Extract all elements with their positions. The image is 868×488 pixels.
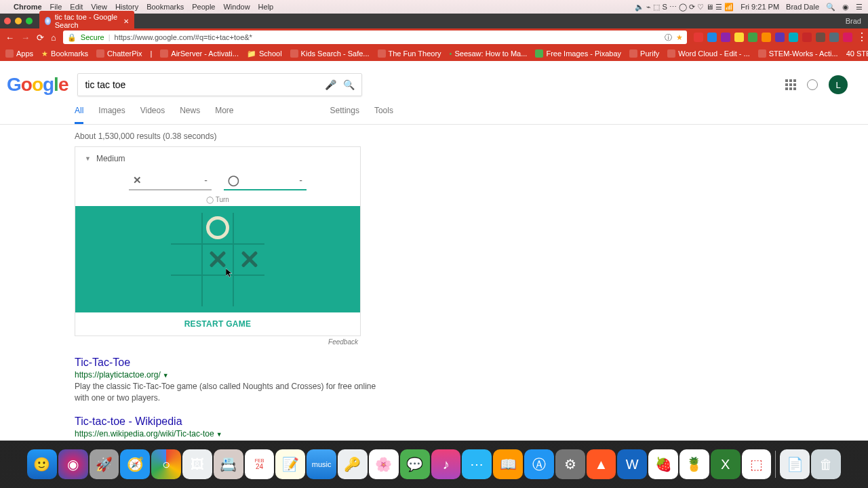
reload-icon[interactable]: ⟳ [37, 33, 44, 43]
contacts-app[interactable]: 📇 [214, 449, 243, 479]
bookmark-item[interactable]: ChatterPix [96, 49, 142, 58]
notes-app[interactable]: 📝 [275, 449, 305, 479]
mic-icon[interactable]: 🎤 [325, 79, 336, 90]
minimize-window-icon[interactable] [15, 18, 22, 24]
tab-close-icon[interactable]: ✕ [123, 18, 129, 25]
menu-history[interactable]: History [115, 3, 138, 11]
user-name[interactable]: Brad Dale [786, 3, 819, 11]
forward-icon[interactable]: → [21, 33, 30, 43]
tab-all[interactable]: All [75, 106, 83, 124]
misc-app-2[interactable]: 🍍 [679, 449, 709, 479]
finder-app[interactable]: 🙂 [27, 449, 57, 479]
ibooks-app[interactable]: 📖 [493, 449, 523, 479]
office-app[interactable]: ⬚ [742, 449, 772, 479]
cell-6[interactable] [171, 275, 202, 306]
bookmark-item[interactable]: •Seesaw: How to Ma... [450, 49, 528, 58]
result-title[interactable]: Tic-tac-toe - Wikipedia [75, 415, 380, 428]
maximize-window-icon[interactable] [26, 18, 33, 24]
music-app[interactable]: music [307, 449, 336, 479]
window-controls[interactable] [4, 18, 33, 24]
search-icon[interactable]: 🔍 [343, 79, 355, 90]
profile-name[interactable]: Brad [846, 17, 868, 25]
word-app[interactable]: W [617, 449, 647, 479]
settings-app[interactable]: ⚙ [555, 449, 585, 479]
calendar-app[interactable]: FEB24 [245, 449, 275, 479]
tab-videos[interactable]: Videos [140, 106, 165, 124]
search-box[interactable]: 🎤 🔍 [77, 73, 362, 96]
spotlight-icon[interactable]: 🔍 [826, 3, 835, 12]
tab-images[interactable]: Images [98, 106, 125, 124]
tab-more[interactable]: More [215, 106, 233, 124]
menu-icon[interactable]: ⋮ [856, 33, 866, 42]
airdrop-app[interactable]: ⋯ [462, 449, 492, 479]
siri-icon[interactable]: ◉ [842, 3, 849, 12]
search-input[interactable] [85, 79, 321, 90]
downloads-app[interactable]: 📄 [780, 449, 810, 479]
messages-app[interactable]: 💬 [400, 449, 430, 479]
chevron-down-icon[interactable]: ▼ [216, 431, 222, 438]
bookmark-item[interactable]: ★Bookmarks [41, 49, 88, 58]
restart-button[interactable]: RESTART GAME [75, 312, 360, 336]
menu-help[interactable]: Help [258, 3, 274, 11]
difficulty-selector[interactable]: ▼ Medium [75, 147, 360, 170]
bookmark-item[interactable]: Apps [5, 49, 33, 58]
itunes-app[interactable]: ♪ [431, 449, 461, 479]
extension-icons[interactable]: ⋮ [694, 33, 866, 42]
bookmark-folder[interactable]: 📁School [247, 49, 282, 58]
tab-tools[interactable]: Tools [374, 106, 393, 124]
safari-app[interactable]: 🧭 [120, 449, 150, 479]
app-name[interactable]: Chrome [14, 3, 42, 11]
menu-people[interactable]: People [192, 3, 215, 11]
menu-window[interactable]: Window [223, 3, 250, 11]
cell-0[interactable] [171, 213, 202, 244]
bookmark-item[interactable]: 40 STEM Activities... [846, 49, 868, 58]
tab-settings[interactable]: Settings [330, 106, 359, 124]
feedback-link[interactable]: Feedback [75, 336, 361, 346]
google-logo[interactable]: Google [7, 74, 68, 96]
address-bar[interactable]: 🔒 Secure | https://www.google.com/#q=tic… [63, 30, 687, 44]
bookmark-item[interactable]: Free Images - Pixabay [535, 49, 621, 58]
result-title[interactable]: Tic-Tac-Toe [75, 357, 380, 369]
trash-app[interactable]: 🗑 [811, 449, 841, 479]
notifications-icon[interactable]: ☰ [856, 3, 863, 12]
cell-3[interactable] [171, 244, 202, 275]
bookmark-item[interactable]: Word Cloud - Edit - ... [667, 49, 750, 58]
clock[interactable]: Fri 9:21 PM [741, 3, 779, 11]
bookmark-item[interactable]: Purify [629, 49, 659, 58]
result-url[interactable]: https://playtictactoe.org/▼ [75, 370, 380, 380]
bookmark-item[interactable]: The Fun Theory [378, 49, 441, 58]
keychain-app[interactable]: 🔑 [338, 449, 368, 479]
bookmark-item[interactable]: STEM-Works - Acti... [758, 49, 838, 58]
menu-file[interactable]: File [50, 3, 62, 11]
info-icon[interactable]: ⓘ [665, 33, 672, 43]
menu-view[interactable]: View [91, 3, 107, 11]
vlc-app[interactable]: ▲ [587, 449, 616, 479]
star-icon[interactable]: ★ [676, 33, 683, 42]
launchpad-app[interactable]: 🚀 [90, 449, 119, 479]
photos-app[interactable]: 🌸 [369, 449, 399, 479]
cell-8[interactable] [233, 275, 264, 306]
result-url[interactable]: https://en.wikipedia.org/wiki/Tic-tac-to… [75, 429, 380, 439]
menu-bookmarks[interactable]: Bookmarks [146, 3, 184, 11]
account-avatar[interactable]: L [829, 75, 848, 94]
appstore-app[interactable]: Ⓐ [524, 449, 554, 479]
cell-5[interactable] [233, 244, 264, 275]
misc-app-1[interactable]: 🍓 [648, 449, 678, 479]
tab-news[interactable]: News [180, 106, 200, 124]
cell-1[interactable] [202, 213, 233, 244]
notifications-icon[interactable] [807, 79, 818, 90]
cell-4[interactable] [202, 244, 233, 275]
siri-app[interactable]: ◉ [58, 449, 88, 479]
close-window-icon[interactable] [4, 18, 11, 24]
home-icon[interactable]: ⌂ [51, 33, 56, 43]
preview-app[interactable]: 🖼 [182, 449, 212, 479]
cell-2[interactable] [233, 213, 264, 244]
chrome-app[interactable]: ○ [151, 449, 181, 479]
menu-edit[interactable]: Edit [70, 3, 83, 11]
back-icon[interactable]: ← [5, 33, 14, 43]
browser-tab[interactable]: tic tac toe - Google Search ✕ [39, 11, 134, 31]
bookmark-item[interactable]: Kids Search - Safe... [290, 49, 370, 58]
chevron-down-icon[interactable]: ▼ [163, 372, 169, 379]
google-apps-icon[interactable] [785, 79, 796, 90]
bookmark-item[interactable]: AirServer - Activati... [160, 49, 239, 58]
